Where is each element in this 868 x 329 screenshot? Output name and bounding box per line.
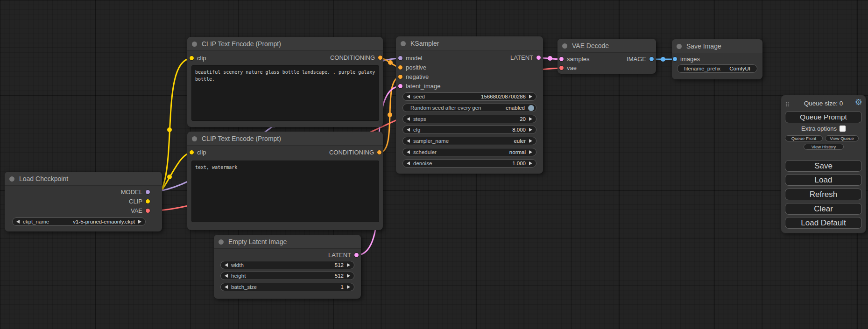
steps-widget[interactable]: steps 20 [402, 115, 536, 123]
node-title-bar[interactable]: Load Checkpoint [5, 172, 162, 186]
node-title: CLIP Text Encode (Prompt) [202, 135, 281, 142]
load-default-button[interactable]: Load Default [785, 217, 862, 229]
collapse-dot[interactable] [9, 176, 14, 182]
input-port-clip[interactable] [190, 150, 194, 154]
view-queue-button[interactable]: View Queue [825, 135, 859, 141]
load-button[interactable]: Load [785, 174, 862, 186]
input-port-samples[interactable] [559, 57, 564, 61]
increment-arrow-icon[interactable] [347, 274, 350, 278]
refresh-button[interactable]: Refresh [785, 189, 862, 200]
widget-value: 156680208700286 [481, 94, 526, 99]
widget-label: seed [413, 94, 425, 99]
height-widget[interactable]: height 512 [220, 272, 354, 280]
node-title-bar[interactable]: VAE Decode [557, 39, 656, 53]
output-port-conditioning[interactable] [377, 150, 381, 154]
save-button[interactable]: Save [785, 160, 862, 172]
output-port-model[interactable] [146, 190, 150, 194]
denoise-widget[interactable]: denoise 1.000 [402, 159, 536, 168]
input-port-model[interactable] [398, 56, 402, 60]
filename-prefix-widget[interactable]: filename_prefix ComfyUI [677, 64, 757, 73]
batch-size-widget[interactable]: batch_size 1 [220, 283, 354, 291]
node-title-bar[interactable]: KSampler [396, 36, 543, 50]
collapse-dot[interactable] [562, 43, 567, 49]
prompt-text-input[interactable]: text, watermark [191, 161, 379, 222]
decrement-arrow-icon[interactable] [16, 220, 20, 224]
clear-button[interactable]: Clear [785, 203, 862, 215]
increment-arrow-icon[interactable] [529, 117, 532, 121]
sampler-name-widget[interactable]: sampler_name euler [402, 137, 536, 145]
decrement-arrow-icon[interactable] [407, 139, 410, 143]
output-port-latent[interactable] [354, 253, 359, 257]
ckpt-name-widget[interactable]: ckpt_name v1-5-pruned-emaonly.ckpt [12, 217, 146, 226]
widget-value: ComfyUI [729, 66, 750, 71]
input-port-latent-image[interactable] [398, 84, 402, 88]
increment-arrow-icon[interactable] [347, 263, 350, 267]
prompt-text-input[interactable]: beautiful scenery nature glass bottle la… [191, 65, 379, 121]
increment-arrow-icon[interactable] [529, 139, 532, 143]
node-save-image: Save Image images filename_prefix ComfyU… [672, 39, 762, 79]
decrement-arrow-icon[interactable] [225, 274, 228, 278]
increment-arrow-icon[interactable] [529, 128, 532, 132]
collapse-dot[interactable] [401, 41, 406, 46]
queue-front-button[interactable]: Queue Front [785, 135, 823, 141]
collapse-dot[interactable] [192, 136, 197, 141]
random-seed-toggle-widget[interactable]: Random seed after every gen enabled [402, 104, 536, 112]
input-label: positive [406, 64, 426, 71]
node-title: Save Image [686, 42, 721, 50]
increment-arrow-icon[interactable] [138, 220, 141, 224]
settings-gear-icon[interactable]: ⚙ [855, 98, 862, 107]
input-port-vae[interactable] [559, 66, 564, 70]
seed-widget[interactable]: seed 156680208700286 [402, 92, 536, 101]
cfg-widget[interactable]: cfg 8.000 [402, 126, 536, 134]
input-label: latent_image [406, 83, 440, 90]
input-port-negative[interactable] [398, 75, 402, 79]
collapse-dot[interactable] [677, 44, 682, 49]
widget-label: cfg [413, 127, 420, 133]
input-label: vae [567, 64, 577, 71]
increment-arrow-icon[interactable] [529, 95, 532, 98]
output-port-vae[interactable] [146, 209, 150, 213]
scheduler-widget[interactable]: scheduler normal [402, 148, 536, 156]
decrement-arrow-icon[interactable] [225, 285, 228, 289]
input-port-clip[interactable] [190, 56, 194, 60]
collapse-dot[interactable] [192, 42, 197, 47]
decrement-arrow-icon[interactable] [407, 128, 410, 132]
output-label: CONDITIONING [330, 54, 375, 61]
increment-arrow-icon[interactable] [529, 150, 532, 154]
decrement-arrow-icon[interactable] [407, 150, 410, 154]
input-port-images[interactable] [673, 57, 677, 61]
input-port-positive[interactable] [398, 65, 402, 70]
node-title-bar[interactable]: CLIP Text Encode (Prompt) [187, 132, 383, 146]
increment-arrow-icon[interactable] [347, 285, 350, 289]
link-midpoint-dot [388, 112, 392, 117]
view-history-button[interactable]: View History [804, 144, 844, 150]
widget-label: batch_size [231, 284, 257, 290]
widget-value: 1.000 [512, 161, 526, 166]
output-port-conditioning[interactable] [378, 56, 382, 60]
link-midpoint-dot [548, 56, 552, 61]
output-port-clip[interactable] [146, 199, 150, 203]
extra-options-checkbox[interactable] [840, 126, 846, 132]
output-port-latent[interactable] [536, 56, 541, 60]
increment-arrow-icon[interactable] [529, 161, 532, 165]
collapse-dot[interactable] [219, 239, 224, 245]
node-clip-text-encode-negative: CLIP Text Encode (Prompt) clip CONDITION… [187, 132, 383, 230]
node-title: Load Checkpoint [19, 175, 68, 182]
node-title: Empty Latent Image [228, 238, 287, 245]
input-label: clip [197, 149, 206, 156]
node-title-bar[interactable]: CLIP Text Encode (Prompt) [187, 37, 383, 51]
node-title-bar[interactable]: Empty Latent Image [214, 235, 361, 249]
node-title-bar[interactable]: Save Image [672, 39, 762, 53]
random-seed-toggle-knob[interactable] [528, 105, 534, 111]
node-vae-decode: VAE Decode samples vae IMAGE [557, 39, 656, 74]
output-port-image[interactable] [649, 57, 654, 61]
decrement-arrow-icon[interactable] [407, 117, 410, 121]
widget-label: width [231, 262, 244, 268]
queue-prompt-button[interactable]: Queue Prompt [785, 111, 862, 123]
decrement-arrow-icon[interactable] [225, 263, 228, 267]
decrement-arrow-icon[interactable] [407, 161, 410, 165]
width-widget[interactable]: width 512 [220, 261, 354, 269]
queue-panel: Queue size: 0 ⚙ Queue Prompt Extra optio… [781, 95, 866, 233]
node-graph-canvas[interactable]: Load Checkpoint MODEL CLIP VAE ckpt_name… [0, 0, 868, 329]
decrement-arrow-icon[interactable] [407, 95, 410, 98]
